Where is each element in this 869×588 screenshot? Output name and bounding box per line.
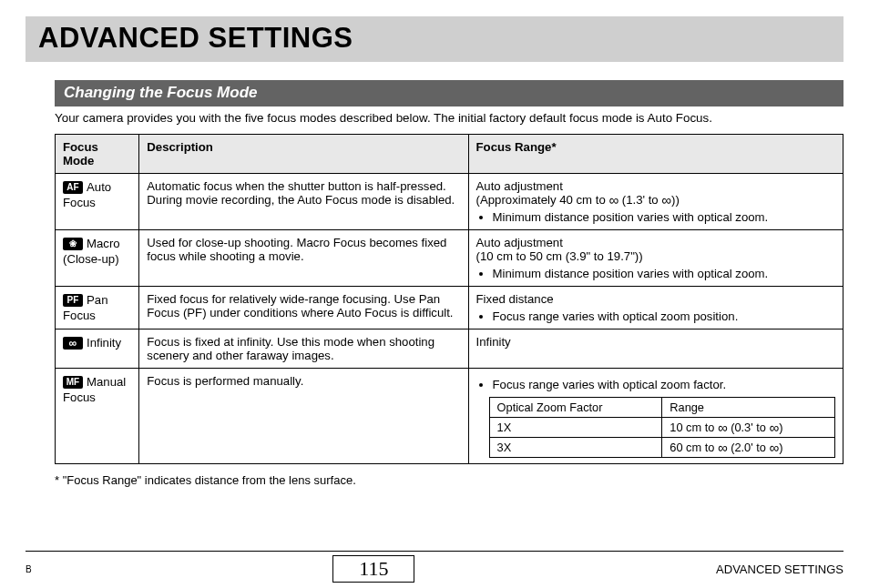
intro-text: Your camera provides you with the five f… bbox=[55, 110, 843, 127]
table-row: ∞Infinity Focus is fixed at infinity. Us… bbox=[56, 329, 843, 369]
cell-range: Focus range varies with optical zoom fac… bbox=[468, 369, 843, 464]
page-footer: B 115 ADVANCED SETTINGS bbox=[0, 551, 869, 584]
cell-range: Fixed distance Focus range varies with o… bbox=[468, 287, 843, 329]
table-row: PFPan Focus Fixed focus for relatively w… bbox=[56, 287, 843, 329]
table-row: MFManual Focus Focus is performed manual… bbox=[56, 369, 843, 464]
footer-mark: B bbox=[26, 564, 32, 574]
footer-section: ADVANCED SETTINGS bbox=[716, 563, 843, 576]
infinity-mode-icon: ∞ bbox=[63, 337, 83, 350]
zoom-range-table: Optical Zoom Factor Range 1X 10 cm to ∞ … bbox=[489, 397, 835, 458]
section-heading: Changing the Focus Mode bbox=[55, 80, 843, 106]
th-desc: Description bbox=[139, 135, 468, 174]
th-mode: Focus Mode bbox=[56, 135, 139, 174]
table-row: AFAuto Focus Automatic focus when the sh… bbox=[56, 174, 843, 230]
table-row: ❀Macro (Close-up) Used for close-up shoo… bbox=[56, 230, 843, 287]
th-range: Focus Range* bbox=[468, 135, 843, 174]
page-container: ADVANCED SETTINGS Changing the Focus Mod… bbox=[0, 0, 869, 487]
focus-mode-table: Focus Mode Description Focus Range* AFAu… bbox=[55, 134, 843, 464]
title-banner: ADVANCED SETTINGS bbox=[26, 16, 843, 62]
cell-mode: ❀Macro (Close-up) bbox=[56, 230, 139, 287]
macro-icon: ❀ bbox=[63, 238, 83, 250]
cell-desc: Used for close-up shooting. Macro Focus … bbox=[139, 230, 468, 287]
cell-desc: Focus is fixed at infinity. Use this mod… bbox=[139, 329, 468, 369]
footnote: * "Focus Range" indicates distance from … bbox=[55, 473, 843, 487]
cell-range: Auto adjustment (10 cm to 50 cm (3.9" to… bbox=[468, 230, 843, 287]
cell-mode: PFPan Focus bbox=[56, 287, 139, 329]
page-number: 115 bbox=[332, 555, 414, 583]
cell-mode: MFManual Focus bbox=[56, 369, 139, 464]
cell-desc: Automatic focus when the shutter button … bbox=[139, 174, 468, 230]
cell-range: Auto adjustment (Approximately 40 cm to … bbox=[468, 174, 843, 230]
footer-rule bbox=[26, 551, 843, 552]
table-header-row: Focus Mode Description Focus Range* bbox=[56, 135, 843, 174]
cell-mode: AFAuto Focus bbox=[56, 174, 139, 230]
cell-desc: Focus is performed manually. bbox=[139, 369, 468, 464]
page-title: ADVANCED SETTINGS bbox=[38, 22, 831, 55]
cell-desc: Fixed focus for relatively wide-range fo… bbox=[139, 287, 468, 329]
pf-icon: PF bbox=[63, 294, 83, 307]
mf-icon: MF bbox=[63, 376, 83, 389]
af-icon: AF bbox=[63, 181, 83, 194]
cell-mode: ∞Infinity bbox=[56, 329, 139, 369]
cell-range: Infinity bbox=[468, 329, 843, 369]
